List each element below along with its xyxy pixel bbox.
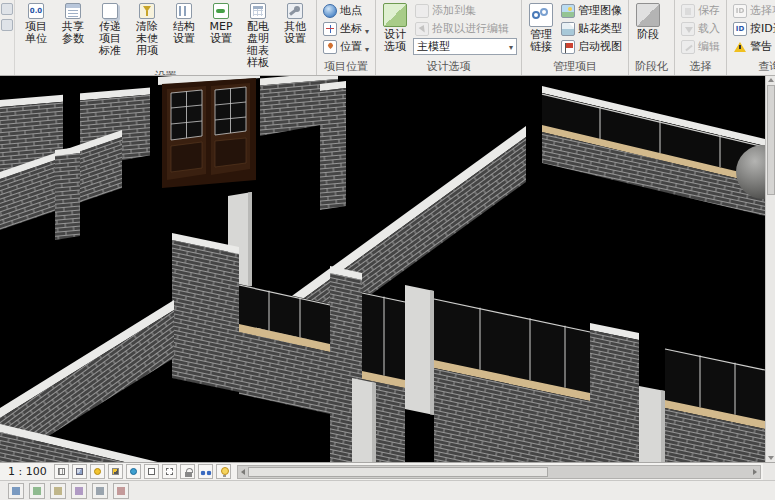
active-design-option-combo[interactable]: 主模型 xyxy=(413,38,517,55)
panel-selection-label[interactable]: 选择 xyxy=(679,60,722,75)
horizontal-scrollbar[interactable] xyxy=(237,465,761,479)
starting-view-button[interactable]: 启动视图 xyxy=(559,38,624,55)
pick-to-edit-button[interactable]: 拾取以进行编辑 xyxy=(413,20,517,37)
select-by-id-button[interactable]: 按ID选择 xyxy=(731,20,775,37)
purge-unused-button[interactable]: 清除 未使用项 xyxy=(130,2,164,58)
load-selection-button[interactable]: 载入 xyxy=(679,20,722,37)
clipped-button-icon[interactable] xyxy=(1,3,13,15)
reveal-hidden-elements-icon[interactable] xyxy=(216,464,231,479)
detail-level-icon[interactable] xyxy=(54,464,69,479)
mep-settings-button[interactable]: MEP 设置 xyxy=(204,2,238,46)
edit-selection-label: 编辑 xyxy=(698,41,720,53)
phases-button[interactable]: 阶段 xyxy=(633,2,663,42)
design-options-icon xyxy=(383,3,407,27)
panel-selection: 保存 载入 编辑 选择 xyxy=(675,0,727,75)
structural-settings-button[interactable]: 结构 设置 xyxy=(167,2,201,46)
starting-view-label: 启动视图 xyxy=(578,41,622,53)
warnings-button[interactable]: 警告 xyxy=(731,38,775,55)
select-by-id-label: 按ID选择 xyxy=(750,23,775,35)
shared-parameters-button[interactable]: 共享 参数 xyxy=(56,2,90,46)
panel-inquiry-label[interactable]: 查询 xyxy=(731,60,775,75)
scroll-up-arrow-icon[interactable] xyxy=(768,78,774,82)
scroll-left-arrow-icon[interactable] xyxy=(241,469,245,475)
status-bar xyxy=(0,480,775,500)
location-button[interactable]: 地点 xyxy=(321,2,371,19)
drawing-area[interactable] xyxy=(0,76,765,462)
scroll-right-arrow-icon[interactable] xyxy=(753,469,757,475)
project-units-button[interactable]: 项目 单位 xyxy=(19,2,53,46)
image-icon xyxy=(561,4,575,18)
scroll-down-arrow-icon[interactable] xyxy=(768,456,774,460)
panel-schedule-templates-label: 配电盘明细表 样板 xyxy=(243,21,273,69)
panel-schedule-templates-button[interactable]: 配电盘明细表 样板 xyxy=(241,2,275,70)
save-selection-button[interactable]: 保存 xyxy=(679,2,722,19)
transfer-standards-icon xyxy=(102,3,118,19)
load-selection-label: 载入 xyxy=(698,23,720,35)
vertical-scroll-thumb[interactable] xyxy=(767,85,775,195)
design-options-button[interactable]: 设计 选项 xyxy=(380,2,410,54)
edit-selection-button[interactable]: 编辑 xyxy=(679,38,722,55)
coordinates-label: 坐标 xyxy=(340,23,362,35)
manage-links-icon xyxy=(529,3,553,27)
horizontal-scroll-thumb[interactable] xyxy=(248,467,548,477)
manage-links-button[interactable]: 管理 链接 xyxy=(526,2,556,54)
ids-of-selection-label: 选择项的ID xyxy=(750,5,775,17)
mep-settings-icon xyxy=(213,3,229,19)
structural-settings-icon xyxy=(176,3,192,19)
panel-manage-project-label[interactable]: 管理项目 xyxy=(526,60,624,75)
project-units-icon xyxy=(28,3,44,19)
chevron-down-icon xyxy=(365,37,369,56)
panel-project-location-label[interactable]: 项目位置 xyxy=(321,60,371,75)
crop-view-icon[interactable] xyxy=(144,464,159,479)
panel-design-options-label[interactable]: 设计选项 xyxy=(380,60,517,75)
vertical-scrollbar[interactable] xyxy=(765,76,775,462)
visual-style-icon[interactable] xyxy=(72,464,87,479)
design-options-status-icon[interactable] xyxy=(29,483,45,499)
panel-phasing-label[interactable]: 阶段化 xyxy=(633,60,670,75)
transfer-standards-button[interactable]: 传递 项目标准 xyxy=(93,2,127,58)
select-pinned-icon[interactable] xyxy=(92,483,108,499)
purge-unused-icon xyxy=(139,3,155,19)
scale-button[interactable]: 1 : 100 xyxy=(4,465,51,478)
load-icon xyxy=(681,22,695,36)
coordinates-icon xyxy=(323,22,337,36)
decal-types-button[interactable]: 贴花类型 xyxy=(559,20,624,37)
show-crop-region-icon[interactable] xyxy=(162,464,177,479)
manage-links-label: 管理 链接 xyxy=(530,29,552,53)
manage-images-button[interactable]: 管理图像 xyxy=(559,2,624,19)
chevron-down-icon xyxy=(365,19,369,38)
add-to-set-icon xyxy=(415,4,429,18)
select-links-icon[interactable] xyxy=(71,483,87,499)
mep-settings-label: MEP 设置 xyxy=(209,21,232,45)
lock-3d-view-icon[interactable] xyxy=(180,464,195,479)
panel-phasing: 阶段 阶段化 xyxy=(629,0,675,75)
add-to-set-button[interactable]: 添加到集 xyxy=(413,2,517,19)
clipped-button-icon-2[interactable] xyxy=(1,19,13,31)
shared-parameters-label: 共享 参数 xyxy=(62,21,84,45)
coordinates-button[interactable]: 坐标 xyxy=(321,20,371,37)
rendering-dialog-icon[interactable] xyxy=(126,464,141,479)
add-to-set-label: 添加到集 xyxy=(432,5,476,17)
id-icon xyxy=(733,4,747,18)
shadows-icon[interactable] xyxy=(108,464,123,479)
position-icon xyxy=(323,40,337,54)
save-icon xyxy=(681,4,695,18)
starting-view-icon xyxy=(561,40,575,54)
position-button[interactable]: 位置 xyxy=(321,38,371,55)
panel-manage-project: 管理 链接 管理图像 贴花类型 启动视图 xyxy=(522,0,629,75)
manage-images-label: 管理图像 xyxy=(578,5,622,17)
shared-parameters-icon xyxy=(65,3,81,19)
edit-icon xyxy=(681,40,695,54)
view-control-row: 1 : 100 xyxy=(0,462,775,480)
additional-settings-button[interactable]: 其他 设置 xyxy=(278,2,312,46)
design-options-label: 设计 选项 xyxy=(384,29,406,53)
selection-filter-icon[interactable] xyxy=(113,483,129,499)
temporary-hide-isolate-icon[interactable] xyxy=(198,464,213,479)
panel-settings: 项目 单位 共享 参数 传递 项目标准 清除 未使用项 结构 设置 xyxy=(15,0,317,75)
editable-only-icon[interactable] xyxy=(50,483,66,499)
project-units-label: 项目 单位 xyxy=(25,21,47,45)
worksets-icon[interactable] xyxy=(8,483,24,499)
sun-path-icon[interactable] xyxy=(90,464,105,479)
3d-view[interactable] xyxy=(0,76,765,462)
ids-of-selection-button[interactable]: 选择项的ID xyxy=(731,2,775,19)
